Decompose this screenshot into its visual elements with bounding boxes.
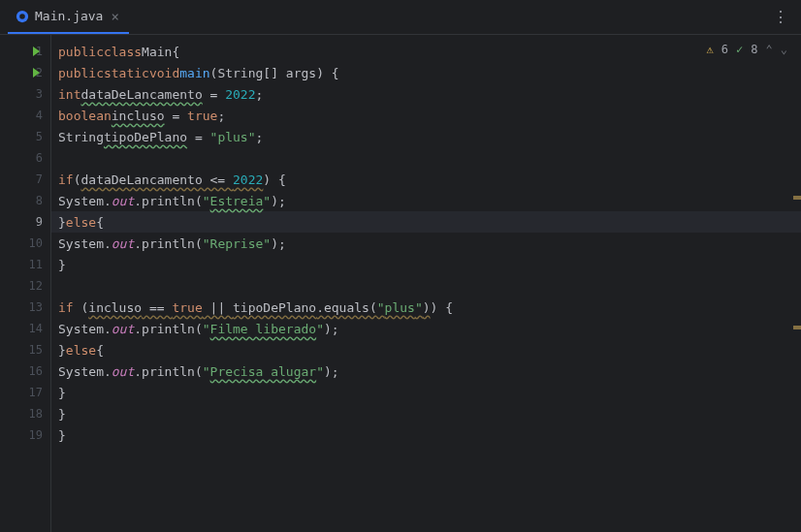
close-icon[interactable]: × (109, 9, 120, 24)
line-number: 15 (0, 339, 50, 360)
code-line: System.out.println("Reprise"); (50, 233, 801, 254)
line-number: 18 (0, 403, 50, 424)
code-line: int dataDeLancamento = 2022; (50, 83, 801, 105)
line-number: 11 (0, 254, 50, 275)
tab-main-java[interactable]: Main.java × (8, 1, 129, 34)
code-line: String tipoDePlano = "plus"; (50, 126, 801, 147)
warning-icon: ⚠ (707, 43, 714, 56)
svg-point-1 (19, 14, 25, 19)
code-line: System.out.println("Precisa alugar"); (50, 360, 801, 382)
line-number: 16 (0, 360, 50, 382)
kebab-menu-icon[interactable]: ⋮ (769, 4, 793, 30)
code-line: public static void main(String[] args) { (50, 62, 801, 83)
warning-count: 6 (721, 43, 728, 56)
code-line: } (50, 424, 801, 446)
line-number: 13 (0, 297, 50, 318)
code-line: } (50, 403, 801, 424)
line-number: 4 (0, 105, 50, 126)
line-number: 19 (0, 424, 50, 446)
line-number: 2 (0, 62, 50, 83)
inspection-status[interactable]: ⚠6 ✓8 ⌃ ⌄ (703, 41, 791, 58)
error-stripe-marker[interactable] (793, 196, 801, 200)
code-line: System.out.println("Estreia"); (50, 190, 801, 211)
line-number: 7 (0, 169, 50, 190)
check-icon: ✓ (736, 43, 743, 56)
line-number: 5 (0, 126, 50, 147)
code-line: } else { (50, 211, 801, 233)
gutter: 1 2 3 4 5 6 7 8 9 10 11 12 13 14 15 16 1… (0, 35, 50, 532)
run-gutter-icon[interactable] (33, 68, 40, 78)
chevron-up-icon[interactable]: ⌃ (766, 43, 773, 56)
line-number: 9 (0, 211, 50, 233)
line-number: 10 (0, 233, 50, 254)
chevron-down-icon[interactable]: ⌄ (781, 43, 787, 56)
run-gutter-icon[interactable] (33, 47, 40, 56)
line-number: 1 (0, 41, 50, 62)
code-line: } (50, 254, 801, 275)
code-line: boolean incluso = true; (50, 105, 801, 126)
tab-label: Main.java (35, 9, 103, 23)
line-number: 14 (0, 318, 50, 339)
line-number: 17 (0, 382, 50, 403)
code-area[interactable]: ⚠6 ✓8 ⌃ ⌄ public class Main { public sta… (50, 35, 801, 532)
typo-count: 8 (751, 43, 757, 56)
line-number: 6 (0, 147, 50, 169)
error-stripe-marker[interactable] (793, 326, 801, 329)
line-number: 12 (0, 275, 50, 297)
code-editor[interactable]: 1 2 3 4 5 6 7 8 9 10 11 12 13 14 15 16 1… (0, 35, 801, 532)
java-file-icon (16, 10, 29, 23)
line-number: 8 (0, 190, 50, 211)
code-line: System.out.println("Filme liberado"); (50, 318, 801, 339)
code-line (50, 275, 801, 297)
tab-bar: Main.java × ⋮ (0, 0, 801, 35)
line-number: 3 (0, 83, 50, 105)
code-line: } (50, 382, 801, 403)
code-line (50, 147, 801, 169)
code-line: if (incluso == true || tipoDePlano.equal… (50, 297, 801, 318)
code-line: if(dataDeLancamento <= 2022) { (50, 169, 801, 190)
code-line: } else { (50, 339, 801, 360)
code-line: public class Main { (50, 41, 801, 62)
